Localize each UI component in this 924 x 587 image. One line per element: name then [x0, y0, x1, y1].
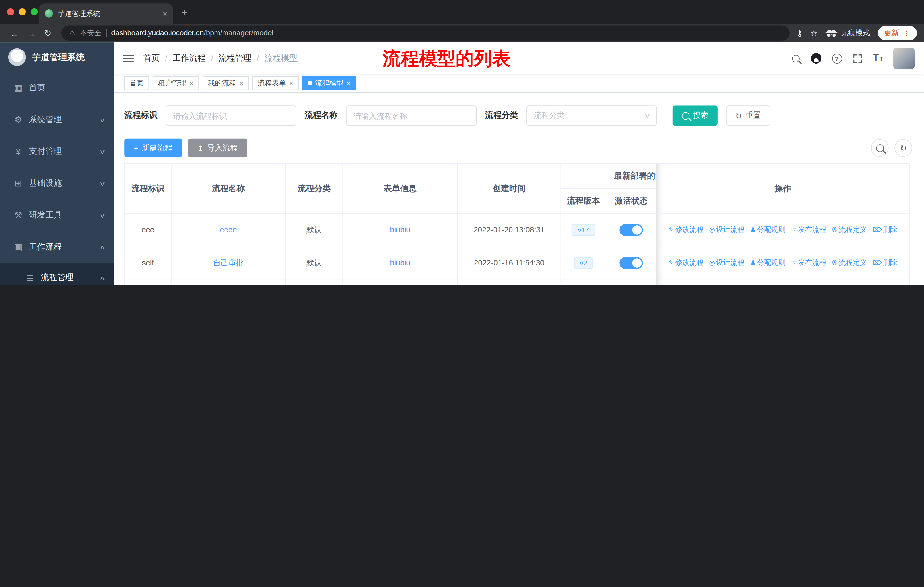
import-process-button[interactable]: ↥导入流程	[188, 139, 247, 157]
update-button[interactable]: 更新 ⋮	[878, 26, 917, 40]
table-toolbar: +新建流程 ↥导入流程 ↻	[124, 139, 912, 157]
process-name-cell: OA 请假	[171, 279, 285, 285]
security-label[interactable]: 不安全	[80, 28, 101, 38]
process-name-label: 流程名称	[305, 110, 338, 121]
fullscreen-icon[interactable]	[852, 53, 863, 64]
dashboard-icon: ▦	[13, 83, 23, 93]
breadcrumb-workflow[interactable]: 工作流程	[173, 53, 206, 64]
sidebar-item-label: 系统管理	[29, 114, 62, 125]
search-icon	[876, 144, 884, 152]
chevron-down-icon: ∨	[99, 116, 106, 123]
category-cell: OA	[285, 279, 343, 285]
header-form-info: 表单信息	[343, 164, 457, 213]
table-row: oa_leave OA 请假 OA /bpm/oa/leave/create 2…	[125, 279, 909, 285]
form-link[interactable]: biubiu	[390, 258, 410, 267]
modify-process-link[interactable]: ✎修改流程	[669, 258, 704, 268]
github-icon[interactable]	[811, 53, 822, 64]
tab-close-icon[interactable]: ×	[162, 9, 167, 18]
sidebar-item-infrastructure[interactable]: ⊞ 基础设施 ∨	[0, 167, 114, 199]
process-name-link[interactable]: eeee	[220, 225, 237, 234]
process-key-input[interactable]	[165, 106, 297, 126]
reload-button[interactable]: ↻	[40, 28, 55, 38]
sidebar-item-payment[interactable]: ¥ 支付管理 ∨	[0, 136, 114, 167]
window-controls	[7, 8, 38, 15]
gear-icon: ⚙	[13, 114, 23, 125]
publish-icon: ☞	[791, 259, 797, 266]
trash-icon: ⌦	[873, 259, 882, 266]
breadcrumb-home[interactable]: 首页	[143, 53, 160, 64]
version-badge: v17	[572, 224, 595, 236]
main-area: 首页 / 工作流程 / 流程管理 / 流程模型 流程模型的列表 ? TT	[114, 42, 924, 285]
sidebar-item-devtools[interactable]: ⚒ 研发工具 ∨	[0, 199, 114, 231]
key-icon[interactable]: ⚷	[797, 28, 803, 38]
tag-tenant[interactable]: 租户管理×	[153, 76, 199, 90]
publish-process-link[interactable]: ☞发布流程	[791, 225, 826, 235]
sidebar-item-system[interactable]: ⚙ 系统管理 ∨	[0, 104, 114, 136]
help-icon[interactable]: ?	[832, 53, 842, 64]
breadcrumb: 首页 / 工作流程 / 流程管理 / 流程模型	[143, 53, 297, 64]
sidebar-item-workflow[interactable]: ▣ 工作流程 ∧	[0, 231, 114, 263]
process-name-link[interactable]: 自己审批	[213, 258, 244, 267]
process-name-cell: eeee	[171, 213, 285, 246]
modify-process-link[interactable]: ✎修改流程	[669, 225, 704, 235]
paperclip-icon: ✇	[832, 226, 838, 233]
bookmark-star-icon[interactable]: ☆	[810, 28, 818, 38]
assign-rule-link[interactable]: ♟分配规则	[750, 258, 785, 268]
tools-icon: ⚒	[13, 210, 23, 220]
browser-tab[interactable]: 芋道管理系统 ×	[39, 3, 173, 23]
header-version: 流程版本	[561, 189, 606, 213]
back-button[interactable]: ←	[7, 28, 22, 38]
forward-button[interactable]: →	[23, 28, 39, 38]
close-icon[interactable]: ×	[189, 79, 194, 88]
address-bar[interactable]: ⚠ 不安全 dashboard.yudao.iocoder.cn/bpm/man…	[61, 25, 789, 40]
tag-process-form[interactable]: 流程表单×	[252, 76, 299, 90]
maximize-window-button[interactable]	[31, 8, 38, 15]
process-definition-link[interactable]: ✇流程定义	[832, 258, 867, 268]
table-row: eee eeee 默认 biubiu 2022-01-20 13:08:31 v…	[125, 213, 909, 246]
sidebar-item-home[interactable]: ▦ 首页	[0, 72, 114, 104]
search-icon[interactable]	[790, 53, 801, 64]
close-icon[interactable]: ×	[289, 79, 294, 88]
process-definition-link[interactable]: ✇流程定义	[832, 225, 867, 235]
header-process-key: 流程标识	[125, 164, 171, 213]
status-cell	[606, 213, 656, 246]
tag-process-model[interactable]: 流程模型×	[302, 76, 356, 90]
publish-process-link[interactable]: ☞发布流程	[791, 258, 826, 268]
operations-cell: ✎修改流程 ◎设计流程 ♟分配规则 ☞发布流程 ✇流程定义 ⌦删除	[656, 213, 910, 246]
new-tab-button[interactable]: +	[182, 7, 188, 19]
search-button[interactable]: 搜索	[672, 106, 718, 126]
category-cell: 默认	[285, 213, 343, 246]
tag-my-process[interactable]: 我的流程×	[203, 76, 249, 90]
form-link[interactable]: biubiu	[390, 225, 410, 234]
logo: 芋道管理系统	[0, 42, 114, 72]
active-toggle[interactable]	[619, 257, 643, 269]
active-toggle[interactable]	[619, 224, 643, 236]
close-icon[interactable]: ×	[346, 79, 351, 88]
reset-button[interactable]: ↻重置	[726, 106, 770, 126]
url-text[interactable]: dashboard.yudao.iocoder.cn/bpm/manager/m…	[111, 29, 273, 37]
process-name-input[interactable]	[346, 106, 477, 126]
delete-link[interactable]: ⌦删除	[873, 225, 897, 235]
menu-dots-icon[interactable]: ⋮	[903, 29, 911, 38]
sidebar-item-process-management[interactable]: ≣ 流程管理 ∧	[0, 263, 114, 286]
process-key-cell: eee	[125, 213, 171, 246]
close-icon[interactable]: ×	[239, 79, 243, 88]
design-process-link[interactable]: ◎设计流程	[709, 258, 744, 268]
refresh-table-button[interactable]: ↻	[894, 139, 912, 157]
delete-link[interactable]: ⌦删除	[873, 258, 897, 268]
minimize-window-button[interactable]	[19, 8, 26, 15]
process-category-select[interactable]: 流程分类 ∨	[526, 106, 657, 126]
tag-home[interactable]: 首页	[124, 76, 149, 90]
design-process-link[interactable]: ◎设计流程	[709, 225, 744, 235]
close-window-button[interactable]	[7, 8, 14, 15]
assign-rule-link[interactable]: ♟分配规则	[750, 225, 785, 235]
paperclip-icon: ✇	[832, 259, 838, 266]
avatar[interactable]	[893, 48, 914, 69]
hamburger-icon[interactable]	[123, 55, 134, 62]
breadcrumb-process-management[interactable]: 流程管理	[219, 53, 251, 64]
toggle-search-button[interactable]	[871, 139, 889, 157]
form-cell: biubiu	[343, 246, 457, 279]
create-process-button[interactable]: +新建流程	[124, 139, 182, 157]
active-dot	[308, 81, 312, 85]
font-size-icon[interactable]: TT	[873, 53, 883, 64]
